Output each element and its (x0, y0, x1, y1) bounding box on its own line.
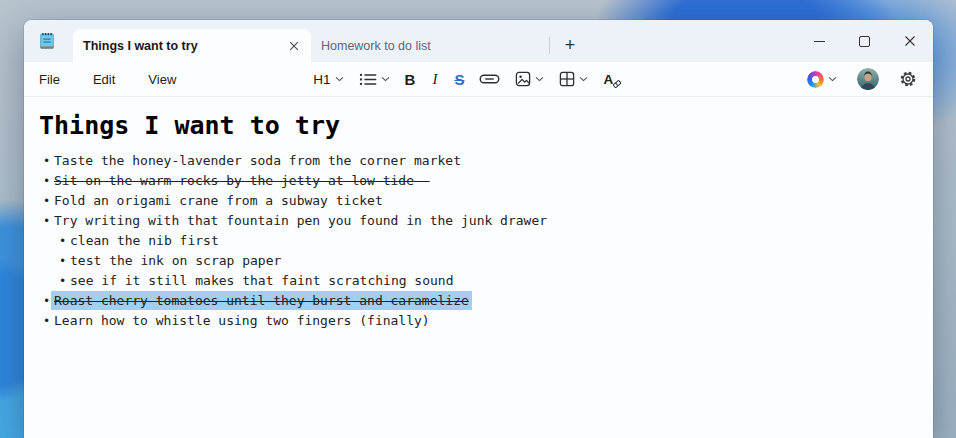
format-group: H1 B (313, 71, 620, 88)
chevron-down-icon (381, 76, 390, 82)
list-item-text: test the ink on scrap paper (70, 253, 281, 268)
copilot-icon (807, 71, 824, 88)
italic-icon: I (430, 71, 439, 88)
bullet-list-icon (359, 72, 377, 87)
heading-style-button[interactable]: H1 (313, 72, 343, 87)
list-item: •Sit on the warm rocks by the jetty at l… (39, 171, 913, 191)
settings-gear-icon (899, 70, 917, 88)
chevron-down-icon (535, 76, 544, 82)
bullet-marker: • (59, 271, 66, 291)
close-icon (904, 35, 916, 47)
list-item: •clean the nib first (39, 231, 913, 251)
settings-button[interactable] (899, 70, 917, 88)
strikethrough-icon: S (454, 71, 464, 88)
list-item: •see if it still makes that faint scratc… (39, 271, 913, 291)
list-item: •Try writing with that fountain pen you … (39, 211, 913, 231)
image-icon (515, 71, 531, 87)
bullet-marker: • (59, 231, 66, 251)
chevron-down-icon (828, 76, 837, 82)
tab-things-i-want-to-try[interactable]: Things I want to try (73, 29, 311, 62)
list-item: •Learn how to whistle using two fingers … (39, 311, 913, 331)
document-title: Things I want to try (39, 111, 913, 141)
list-item: •test the ink on scrap paper (39, 251, 913, 271)
link-button[interactable] (479, 72, 500, 86)
tab-strip: Things I want to try Homework to do list… (73, 29, 585, 62)
tab-homework-to-do-list[interactable]: Homework to do list (311, 29, 549, 62)
menu-edit[interactable]: Edit (93, 72, 115, 87)
maximize-icon (859, 36, 870, 47)
copilot-button[interactable] (807, 71, 837, 88)
insert-table-button[interactable] (559, 71, 588, 87)
tab-close-button[interactable] (283, 35, 305, 57)
list-item-text: Learn how to whistle using two fingers (… (54, 313, 430, 328)
list-item: •Taste the honey-lavender soda from the … (39, 151, 913, 171)
list-item-text: Sit on the warm rocks by the jetty at lo… (54, 173, 430, 188)
insert-image-button[interactable] (515, 71, 544, 87)
italic-button[interactable]: I (430, 71, 439, 88)
strikethrough-button[interactable]: S (454, 71, 464, 88)
editor-area[interactable]: Things I want to try •Taste the honey-la… (24, 97, 933, 331)
list-item-text: see if it still makes that faint scratch… (70, 273, 454, 288)
new-tab-button[interactable]: + (555, 29, 585, 62)
notepad-icon (37, 31, 57, 51)
title-bar[interactable]: Things I want to try Homework to do list… (24, 20, 933, 62)
bullet-marker: • (43, 191, 50, 211)
tab-label: Homework to do list (311, 39, 549, 53)
window-controls (797, 21, 932, 61)
list-item-text: Try writing with that fountain pen you f… (54, 213, 547, 228)
menu-file[interactable]: File (39, 72, 60, 87)
bold-icon: B (405, 71, 416, 88)
clear-formatting-icon: A (603, 72, 620, 87)
minimize-button[interactable] (797, 21, 842, 61)
list-item-text: Taste the honey-lavender soda from the c… (54, 153, 461, 168)
desktop: { "colors": { "selection_highlight": "#a… (0, 0, 956, 438)
profile-avatar[interactable] (857, 68, 879, 90)
heading-level-label: H1 (313, 72, 330, 87)
clear-formatting-button[interactable]: A (603, 72, 620, 87)
maximize-button[interactable] (842, 21, 887, 61)
list-item: •Fold an origami crane from a subway tic… (39, 191, 913, 211)
toolbar-right-group (807, 68, 917, 90)
close-icon (289, 41, 299, 51)
selected-text: Roast cherry tomatoes until they burst a… (51, 291, 472, 310)
list-item-text: Fold an origami crane from a subway tick… (54, 193, 383, 208)
bullet-marker: • (43, 171, 50, 191)
toolbar: File Edit View H1 (24, 62, 933, 97)
close-button[interactable] (887, 21, 932, 61)
bold-button[interactable]: B (405, 71, 416, 88)
list-item-text: clean the nib first (70, 233, 219, 248)
tab-label: Things I want to try (73, 39, 283, 53)
bullet-marker: • (59, 251, 66, 271)
bullet-marker: • (43, 211, 50, 231)
bullet-marker: • (43, 291, 50, 311)
chevron-down-icon (335, 76, 344, 82)
link-icon (479, 72, 500, 86)
minimize-icon (814, 41, 825, 42)
menu-view[interactable]: View (148, 72, 176, 87)
notepad-window: Things I want to try Homework to do list… (24, 20, 933, 438)
bullet-marker: • (43, 151, 50, 171)
tab-divider (549, 37, 550, 54)
bullet-marker: • (43, 311, 50, 331)
list-style-button[interactable] (359, 72, 390, 87)
chevron-down-icon (579, 76, 588, 82)
bullet-list: •Taste the honey-lavender soda from the … (39, 151, 913, 331)
list-item: •Roast cherry tomatoes until they burst … (39, 291, 913, 311)
table-icon (559, 71, 575, 87)
